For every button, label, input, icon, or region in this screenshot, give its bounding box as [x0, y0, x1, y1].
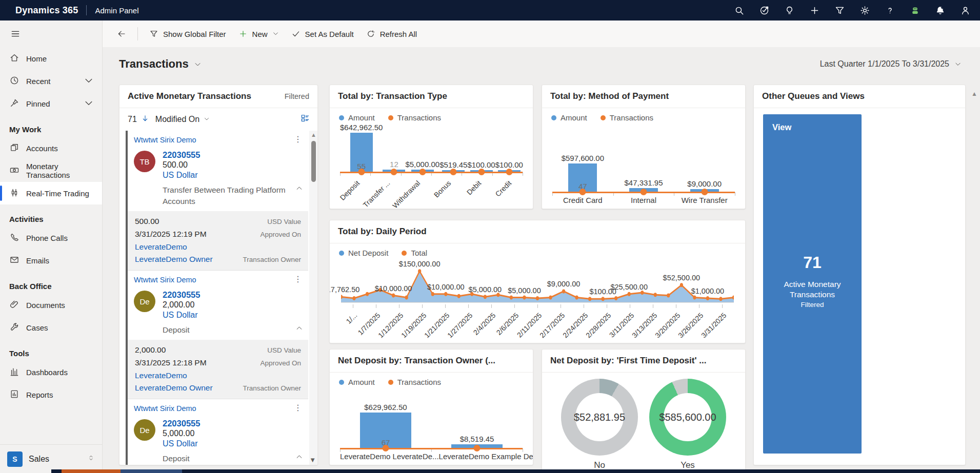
dashboard-selector[interactable]: Transactions — [119, 57, 202, 71]
new-button[interactable]: New — [232, 24, 285, 44]
set-as-default-button[interactable]: Set As Default — [285, 24, 360, 44]
hamburger-menu-icon[interactable] — [4, 20, 27, 47]
more-options-icon[interactable]: ⋮ — [291, 404, 305, 412]
bar-column-debit[interactable]: $100.00 — [467, 160, 495, 172]
bar-column-deposit[interactable]: $642,962.5055 — [340, 123, 383, 172]
currency-link[interactable]: US Dollar — [163, 170, 200, 180]
sidebar-item-label: Cases — [26, 323, 48, 332]
dynamics-logo[interactable]: Dynamics 365 — [15, 5, 78, 16]
collapse-icon[interactable] — [295, 324, 305, 336]
point-value-label: $17,762.50 — [329, 285, 359, 294]
view-tile[interactable]: View 71 Active Monetary Transactions Fil… — [763, 114, 862, 454]
detail-value-link[interactable]: LeverateDemo Owner — [135, 253, 213, 265]
search-icon[interactable] — [734, 5, 745, 16]
bar[interactable]: 67 — [360, 413, 411, 448]
sidebar-item-recent[interactable]: Recent — [0, 70, 102, 92]
more-options-icon[interactable]: ⋮ — [291, 136, 305, 143]
sidebar-item-phone-calls[interactable]: Phone Calls — [0, 227, 102, 249]
bar-column-credit-card[interactable]: $597,600.0047 — [552, 154, 613, 192]
sidebar-item-emails[interactable]: Emails — [0, 249, 102, 272]
chevron-down-icon[interactable] — [204, 115, 210, 124]
refresh-all-button[interactable]: Refresh All — [360, 24, 424, 44]
bar-column-withdrawal[interactable]: $5,000.00 — [405, 160, 439, 172]
donut-ring[interactable]: $52,881.95 — [561, 379, 638, 456]
transaction-number-link[interactable]: 22030555 — [163, 418, 200, 428]
detail-value-link[interactable]: LeverateDemo Owner — [135, 382, 213, 394]
bar[interactable]: 55 — [350, 133, 373, 172]
collapse-icon[interactable] — [295, 453, 305, 464]
transaction-details: 2,000.00USD Value3/31/2025 12:18 PMAppro… — [128, 340, 308, 399]
bar-column-leveratedemo-example-des[interactable]: $8,519.45 — [431, 435, 523, 448]
bar-chart[interactable]: $642,962.505512$5,000.00$519.45$100.00$1… — [330, 123, 533, 209]
scrollbar-thumb[interactable] — [311, 141, 316, 182]
date-range-filter[interactable]: Last Quarter 1/1/2025 To 3/31/2025 — [820, 59, 962, 69]
area-switch-icon[interactable] — [87, 454, 95, 464]
bar-column-wire-transfer[interactable]: $9,000.00 — [674, 179, 735, 192]
bar-column-internal[interactable]: $47,331.95 — [613, 178, 674, 192]
detail-value-link[interactable]: LeverateDemo — [135, 369, 187, 382]
sidebar-item-monetary-transactions[interactable]: Monetary Transactions — [0, 159, 102, 182]
sidebar-item-cases[interactable]: Cases — [0, 316, 102, 339]
detail-value-link[interactable]: LeverateDemo — [135, 241, 187, 253]
list-scrollbar[interactable]: ▲ ▼ — [309, 131, 317, 465]
series-point — [450, 169, 457, 175]
card-view-settings-icon[interactable] — [300, 113, 310, 126]
area-switcher[interactable]: S Sales — [0, 444, 102, 473]
bar-chart[interactable]: $629,962.5067$8,519.45LeverateDemo Lever… — [330, 387, 533, 465]
sidebar: HomeRecentPinnedMy WorkAccountsMonetary … — [0, 20, 103, 473]
transaction-number-link[interactable]: 22030555 — [163, 290, 200, 300]
transactions-series-line — [340, 448, 523, 450]
scroll-up-arrow[interactable]: ▲ — [311, 132, 316, 138]
lightbulb-icon[interactable] — [784, 5, 795, 16]
account-icon[interactable] — [960, 5, 971, 16]
sidebar-item-pinned[interactable]: Pinned — [0, 92, 102, 115]
add-icon[interactable] — [809, 5, 820, 16]
scroll-up-arrow[interactable]: ▲ — [971, 90, 977, 97]
legend-dot — [339, 380, 344, 385]
more-options-icon[interactable]: ⋮ — [291, 276, 305, 283]
sidebar-item-dashboards[interactable]: Dashboards — [0, 361, 102, 383]
account-link[interactable]: Wtwtwt Sirix Demo — [134, 136, 196, 144]
bar[interactable]: 47 — [568, 163, 597, 192]
active-monetary-transactions-card: Active Monetary Transactions Filtered 71… — [119, 85, 318, 465]
filter-icon[interactable] — [834, 5, 845, 16]
transaction-summary: De220305555,000.00US Dollar — [134, 418, 305, 449]
x-axis-labels: DepositTransfer ...WithdrawalBonusDebitC… — [340, 176, 523, 209]
sidebar-item-accounts[interactable]: Accounts — [0, 137, 102, 159]
area-chart[interactable]: $17,762.50$10,000.00$150,000.00$10,000.0… — [330, 258, 745, 343]
donut-ring[interactable]: $585,600.00 — [649, 379, 726, 456]
notifications-icon[interactable] — [935, 5, 946, 16]
help-icon[interactable] — [885, 5, 895, 16]
legend-label: Net Deposit — [348, 249, 388, 257]
transaction-item-header: Wtwtwt Sirix Demo⋮ — [134, 276, 305, 286]
chevron-down-icon[interactable] — [84, 98, 94, 110]
bar-chart-plot: $597,600.0047$47,331.95$9,000.00 — [552, 137, 735, 192]
sort-field[interactable]: Modified On — [155, 115, 199, 124]
sidebar-item-home[interactable]: Home — [0, 47, 102, 70]
bar-column-bonus[interactable]: $519.45 — [439, 160, 467, 172]
chevron-down-icon[interactable] — [84, 75, 94, 87]
collapse-icon[interactable] — [295, 184, 305, 207]
currency-link[interactable]: US Dollar — [163, 310, 200, 320]
account-link[interactable]: Wtwtwt Sirix Demo — [134, 276, 196, 284]
transaction-items: Wtwtwt Sirix Demo⋮TB22030555500.00US Dol… — [128, 131, 308, 465]
show-global-filter-button[interactable]: Show Global Filter — [143, 24, 232, 44]
scroll-down-arrow[interactable]: ▼ — [309, 456, 316, 464]
bar-chart[interactable]: $597,600.0047$47,331.95$9,000.00Credit C… — [542, 123, 745, 209]
back-button[interactable] — [111, 24, 132, 44]
sidebar-item-real-time-trading[interactable]: Real-Time Trading — [0, 182, 102, 204]
sort-direction-icon[interactable] — [141, 114, 149, 125]
settings-icon[interactable] — [859, 5, 870, 16]
bar-column-credit[interactable]: $100.00 — [495, 160, 523, 172]
legend-transactions: Transactions — [388, 113, 441, 122]
account-link[interactable]: Wtwtwt Sirix Demo — [134, 404, 196, 413]
currency-link[interactable]: US Dollar — [163, 439, 200, 449]
sidebar-item-documents[interactable]: Documents — [0, 294, 102, 316]
bar-column-leveratedemo-leveratede[interactable]: $629,962.5067 — [340, 403, 431, 448]
insights-icon[interactable] — [759, 5, 770, 16]
app-name[interactable]: Admin Panel — [95, 6, 138, 15]
transaction-number-link[interactable]: 22030555 — [163, 150, 200, 160]
sidebar-item-reports[interactable]: Reports — [0, 383, 102, 406]
assistant-icon[interactable] — [910, 5, 921, 16]
bar-column-transfer[interactable]: 12 — [383, 160, 405, 172]
